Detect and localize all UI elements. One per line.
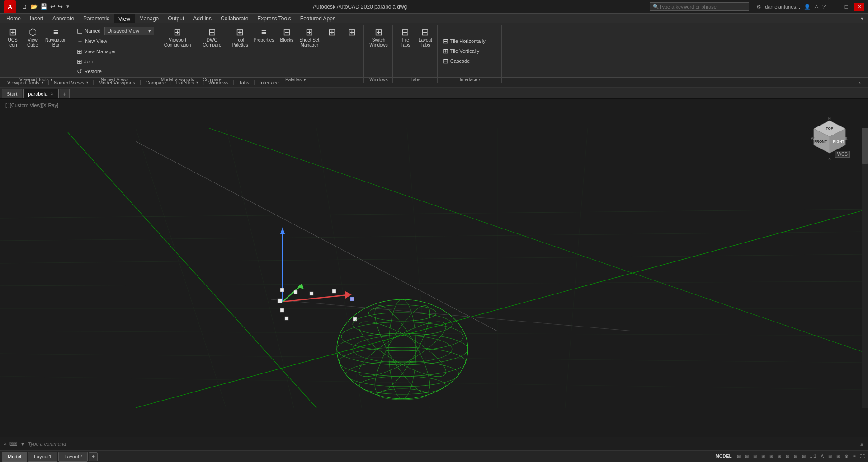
wcs-label[interactable]: WCS <box>835 151 850 158</box>
vt-compare[interactable]: Compare <box>142 79 170 86</box>
layout-tab-layout2[interactable]: Layout2 <box>58 452 88 462</box>
dwg-compare-btn[interactable]: ⊟ DWGCompare <box>201 26 223 49</box>
user-name[interactable]: danielantunes... <box>765 4 800 9</box>
status-lineweight-icon[interactable]: ⊞ <box>784 454 791 459</box>
join-btn[interactable]: ⊞ Join <box>75 57 95 66</box>
layout-tab-layout1[interactable]: Layout1 <box>28 452 57 462</box>
menu-view[interactable]: View <box>114 14 135 23</box>
app-logo[interactable]: A <box>4 0 16 13</box>
layout-tab-model[interactable]: Model <box>2 452 27 462</box>
vt-tabs[interactable]: Tabs <box>235 79 253 86</box>
tool-palettes-btn[interactable]: ⊞ ToolPalettes <box>230 26 250 49</box>
viewport-config-btn[interactable]: ⊞ ViewportConfiguration <box>162 26 193 49</box>
blocks-btn[interactable]: ⊟ Blocks <box>278 26 296 44</box>
help-icon[interactable]: ? <box>822 3 826 10</box>
search-settings-icon[interactable]: ⚙ <box>756 4 761 10</box>
account-icon[interactable]: 👤 <box>804 4 811 10</box>
extra-palette2-btn[interactable]: ⊞ <box>343 26 361 39</box>
tab-start[interactable]: Start <box>2 89 22 98</box>
menu-output[interactable]: Output <box>163 14 189 23</box>
status-3d-icon[interactable]: ⊞ <box>776 454 783 459</box>
menu-annotate[interactable]: Annotate <box>48 14 79 23</box>
vt-viewport-tools[interactable]: Viewport Tools ▾ <box>4 79 47 86</box>
menu-home[interactable]: Home <box>2 14 25 23</box>
ribbon-toggle[interactable]: ▾ <box>858 15 866 22</box>
layout-tab-new-btn[interactable]: + <box>89 452 98 461</box>
sheet-set-btn[interactable]: ⊞ Sheet SetManager <box>297 26 321 49</box>
svg-rect-51 <box>862 128 868 164</box>
vt-windows[interactable]: Windows <box>205 79 232 86</box>
cascade-btn[interactable]: ⊟ Cascade <box>441 56 472 65</box>
vt-palettes[interactable]: Palettes ▾ <box>173 79 202 86</box>
cmd-cmd-icon[interactable]: ⌨ <box>9 441 17 447</box>
menu-featured-apps[interactable]: Featured Apps <box>296 14 340 23</box>
properties-btn[interactable]: ≡ Properties <box>252 26 276 44</box>
status-ws-icon[interactable]: ⚙ <box>843 454 850 459</box>
cmd-expand-icon[interactable]: ▼ <box>20 441 25 447</box>
menu-manage[interactable]: Manage <box>135 14 163 23</box>
status-more-icon[interactable]: ≡ <box>852 454 857 459</box>
cmd-up-icon[interactable]: ▲ <box>859 441 864 447</box>
restore-button[interactable]: □ <box>842 3 851 11</box>
view-manager-btn[interactable]: ⊞ View Manager <box>75 47 118 56</box>
tile-v-icon: ⊞ <box>443 47 448 55</box>
autodesk-icon[interactable]: △ <box>814 3 819 10</box>
menu-collaborate[interactable]: Collaborate <box>216 14 253 23</box>
save-icon[interactable]: 💾 <box>40 3 47 10</box>
status-qp-icon[interactable]: ⊞ <box>835 454 841 459</box>
status-polar-icon[interactable]: ⊞ <box>760 454 766 459</box>
tab-parabola[interactable]: parabola ✕ <box>23 89 59 98</box>
vt-interface[interactable]: Interface <box>256 79 283 86</box>
status-transparency-icon[interactable]: ⊞ <box>793 454 799 459</box>
ribbon-group-model-viewports: ⊞ ViewportConfiguration Model Viewports <box>158 25 198 83</box>
search-box[interactable]: 🔍 <box>650 2 749 11</box>
vt-named-views[interactable]: Named Views ▾ <box>50 79 92 86</box>
status-osnap-icon[interactable]: ⊞ <box>768 454 774 459</box>
redo-icon[interactable]: ↪ <box>58 3 63 10</box>
tab-close-icon[interactable]: ✕ <box>50 91 54 96</box>
tile-horizontally-btn[interactable]: ⊟ Tile Horizontally <box>441 37 487 46</box>
status-annotate-icon[interactable]: A <box>819 454 825 459</box>
status-snap-icon[interactable]: ⊞ <box>744 454 750 459</box>
undo-icon[interactable]: ↩ <box>50 3 55 10</box>
tabs-label: Tabs <box>396 76 434 82</box>
new-icon[interactable]: 🗋 <box>22 3 28 10</box>
named-btn[interactable]: ◫ Named <box>75 26 102 35</box>
dropdown-arrow-icon[interactable]: ▼ <box>66 4 70 9</box>
layout-tabs-ribbon-btn[interactable]: ⊟ LayoutTabs <box>416 26 434 49</box>
unsaved-view-dropdown[interactable]: Unsaved View ▾ <box>104 27 154 35</box>
vt-chevron[interactable]: › <box>855 79 864 86</box>
cmd-prompt-icon[interactable]: × <box>4 441 7 447</box>
status-ortho-icon[interactable]: ⊞ <box>752 454 758 459</box>
viewcube[interactable]: TOP RIGHT FRONT S W E N WCS <box>809 117 850 158</box>
menu-insert[interactable]: Insert <box>25 14 48 23</box>
status-selection-icon[interactable]: ⊞ <box>801 454 807 459</box>
minimize-button[interactable]: ─ <box>829 3 839 11</box>
status-fullscreen-icon[interactable]: ⛶ <box>859 454 866 459</box>
svg-rect-31 <box>310 292 313 295</box>
svg-text:E: E <box>845 136 847 140</box>
tab-new-btn[interactable]: + <box>60 89 70 98</box>
new-view-btn[interactable]: ＋ New View <box>75 36 109 46</box>
vt-model-viewports[interactable]: Model Viewports <box>95 79 139 86</box>
menu-express-tools[interactable]: Express Tools <box>253 14 295 23</box>
svg-text:FRONT: FRONT <box>814 140 827 144</box>
tile-vertically-btn[interactable]: ⊞ Tile Vertically <box>441 47 481 56</box>
extra-palette-btn[interactable]: ⊞ <box>323 26 341 39</box>
close-button[interactable]: ✕ <box>854 3 864 11</box>
file-tabs-btn[interactable]: ⊟ FileTabs <box>396 26 415 49</box>
menu-addins[interactable]: Add-ins <box>189 14 216 23</box>
status-grid-icon[interactable]: ⊞ <box>736 454 742 459</box>
interface-label: Interface › <box>441 76 499 82</box>
ribbon-btn-nav-bar[interactable]: ≡ NavigationBar <box>43 26 68 49</box>
restore-btn[interactable]: ↺ Restore <box>75 67 104 76</box>
canvas-area: [-][Custom View][X-Ray] <box>0 99 868 437</box>
menu-parametric[interactable]: Parametric <box>79 14 114 23</box>
open-icon[interactable]: 📂 <box>30 3 38 10</box>
ribbon-btn-view-cube[interactable]: ⬡ ViewCube <box>24 26 42 49</box>
command-input[interactable] <box>28 441 857 447</box>
ribbon-btn-ucs-icon[interactable]: ⊞ UCSIcon <box>4 26 22 49</box>
search-input[interactable] <box>659 4 741 9</box>
status-units-icon[interactable]: ⊞ <box>827 454 833 459</box>
switch-windows-btn[interactable]: ⊞ SwitchWindows <box>368 26 390 49</box>
